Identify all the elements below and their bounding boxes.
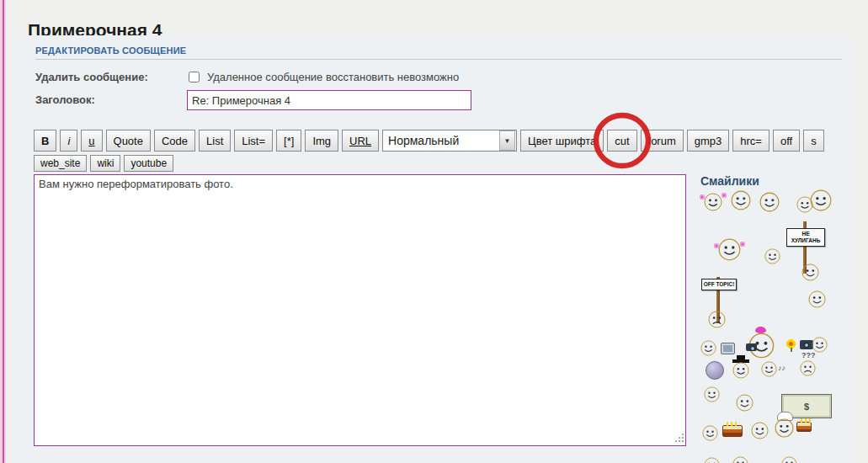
toolbar-button-youtube[interactable]: youtube — [124, 155, 173, 172]
smiley-wink[interactable] — [704, 386, 720, 406]
section-divider — [35, 59, 842, 60]
smiley-happy-hands[interactable] — [731, 190, 751, 214]
toolbar-button-bold[interactable]: B — [34, 130, 56, 152]
smiley-bow-camera[interactable] — [746, 327, 780, 360]
smiley-partial-2[interactable] — [732, 456, 748, 463]
toolbar-button-list-eq[interactable]: List= — [234, 130, 273, 152]
toolbar-button-img[interactable]: Img — [305, 130, 338, 152]
edit-message-panel: РЕДАКТИРОВАТЬ СООБЩЕНИЕ Удалить сообщени… — [17, 35, 853, 463]
smiley-running[interactable] — [808, 290, 826, 311]
smiley-singing[interactable]: ♪♪ — [761, 361, 791, 380]
toolbar-button-underline[interactable]: u — [81, 130, 102, 152]
smiley-partial-3[interactable] — [781, 456, 797, 463]
toolbar-button-url[interactable]: URL — [342, 130, 379, 152]
toolbar-button-cut[interactable]: cut — [607, 130, 636, 152]
message-editor-wrapper: Вам нужно переформатировать фото. — [34, 174, 686, 446]
toolbar-button-hrc[interactable]: hrc= — [732, 130, 769, 152]
question-marks: ??? — [801, 351, 816, 359]
smiley-graduate[interactable] — [732, 356, 753, 380]
toolbar-button-code[interactable]: Code — [154, 130, 195, 152]
page-left-border — [0, 0, 6, 463]
smiley-panel: Смайлики НЕ ХУЛИГАНЬ OFF T — [697, 173, 861, 463]
delete-warning-text: Удаленное сообщение восстановить невозмо… — [207, 71, 459, 83]
smiley-flower-hat[interactable] — [718, 238, 741, 264]
smiley-panel-title: Смайлики — [700, 174, 759, 188]
smiley-smile[interactable] — [702, 425, 718, 444]
smiley-dancing-flowers[interactable] — [704, 193, 722, 215]
chevron-down-icon: ▼ — [499, 130, 515, 151]
toolbar-button-forum[interactable]: forum — [641, 130, 684, 152]
toolbar-button-s[interactable]: s — [803, 130, 824, 152]
font-style-select[interactable]: Нормальный ▼ — [382, 130, 517, 152]
toolbar-button-gmp3[interactable]: gmp3 — [687, 130, 730, 152]
message-textarea[interactable]: Вам нужно переформатировать фото. — [34, 174, 686, 446]
birthday-cake-icon[interactable] — [722, 425, 743, 437]
smiley-sad-blob[interactable] — [706, 361, 724, 380]
bbcode-toolbar-row2: web_site wiki youtube — [34, 155, 173, 172]
subject-label: Заголовок: — [35, 93, 95, 106]
toolbar-button-list[interactable]: List — [199, 130, 231, 152]
toolbar-button-italic[interactable]: i — [60, 130, 77, 152]
smiley-confused[interactable]: ??? — [800, 353, 818, 380]
smiley-no-hooligan-sign[interactable]: НЕ ХУЛИГАНЬ — [783, 221, 825, 285]
toolbar-button-web-site[interactable]: web_site — [34, 155, 87, 172]
toolbar-button-font-color[interactable]: Цвет шрифта — [520, 130, 604, 152]
toolbar-button-wiki[interactable]: wiki — [90, 155, 120, 172]
smiley-plain[interactable] — [736, 394, 754, 415]
delete-message-label: Удалить сообщение: — [35, 71, 148, 83]
smiley-chef-cake[interactable] — [775, 412, 813, 440]
toolbar-button-list-item[interactable]: [*] — [276, 130, 301, 152]
flower-icon[interactable] — [786, 339, 796, 349]
off-topic-sign-text: OFF TOPIC! — [701, 279, 737, 290]
smiley-look-back[interactable] — [751, 422, 769, 443]
music-notes: ♪♪ — [778, 364, 785, 372]
no-hooligan-sign-text: НЕ ХУЛИГАНЬ — [786, 228, 825, 247]
subject-input[interactable] — [187, 90, 471, 110]
smiley-computer[interactable] — [700, 338, 736, 358]
smiley-off-topic-sign[interactable]: OFF TOPIC! — [700, 274, 741, 333]
smiley-cool-wave[interactable] — [759, 192, 780, 216]
smiley-bib[interactable] — [764, 248, 780, 268]
delete-message-checkbox[interactable] — [189, 72, 200, 82]
section-title-edit-message: РЕДАКТИРОВАТЬ СООБЩЕНИЕ — [35, 45, 186, 56]
toolbar-button-off[interactable]: off — [773, 130, 800, 152]
smiley-partial-1[interactable] — [704, 457, 720, 463]
font-style-selected-value: Нормальный — [388, 134, 459, 147]
toolbar-button-quote[interactable]: Quote — [106, 130, 151, 152]
bbcode-toolbar-row1: B i u Quote Code List List= [*] Img URL … — [34, 130, 824, 152]
